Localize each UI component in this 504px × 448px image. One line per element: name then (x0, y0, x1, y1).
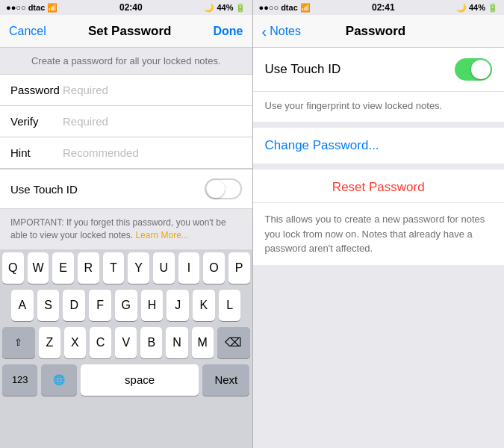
left-nav-bar: Cancel Set Password Done (0, 15, 252, 48)
left-status-bar: ●●○○ dtac 📶 02:40 🌙 44% 🔋 (0, 0, 252, 15)
left-carrier: ●●○○ dtac 📶 (6, 3, 57, 13)
password-field-row: Password Required (0, 75, 252, 106)
key-x[interactable]: X (64, 327, 86, 358)
fingerprint-desc: Use your fingerprint to view locked note… (253, 92, 505, 122)
hint-input[interactable]: Recommended (63, 146, 139, 159)
cancel-button[interactable]: Cancel (9, 25, 46, 38)
keyboard-row-1: Q W E R T Y U I O P (2, 252, 250, 284)
key-globe[interactable]: 🌐 (41, 364, 76, 396)
change-password-button[interactable]: Change Password... (253, 128, 505, 164)
right-moon-icon: 🌙 (456, 3, 467, 13)
keyboard-row-3: ⇧ Z X C V B N M ⌫ (2, 327, 250, 358)
right-battery-text: 44% (469, 3, 485, 12)
key-t[interactable]: T (103, 252, 125, 284)
left-time: 02:40 (119, 2, 143, 13)
key-a[interactable]: A (11, 290, 34, 321)
key-g[interactable]: G (115, 290, 137, 321)
warning-section: IMPORTANT: If you forget this password, … (0, 209, 252, 249)
verify-field-row: Verify Required (0, 106, 252, 137)
reset-password-desc: This allows you to create a new password… (253, 203, 505, 265)
right-carrier: ●●○○ dtac 📶 (259, 3, 311, 13)
hint-label: Hint (10, 146, 63, 159)
reset-password-section: Reset Password This allows you to create… (253, 169, 505, 265)
key-y[interactable]: Y (128, 252, 149, 284)
key-h[interactable]: H (141, 290, 164, 321)
key-l[interactable]: L (219, 290, 241, 321)
warning-text: IMPORTANT: If you forget this password, … (10, 217, 226, 240)
hint-field-row: Hint Recommended (0, 137, 252, 169)
battery-icon: 🔋 (235, 3, 246, 13)
verify-input[interactable]: Required (63, 115, 108, 128)
key-e[interactable]: E (52, 252, 74, 284)
key-f[interactable]: F (89, 290, 111, 321)
back-button[interactable]: ‹ Notes (262, 24, 301, 39)
verify-label: Verify (10, 115, 63, 128)
battery-text: 44% (217, 3, 233, 12)
touch-id-right-label: Use Touch ID (265, 62, 341, 77)
reset-password-button[interactable]: Reset Password (253, 169, 505, 203)
password-label: Password (10, 84, 63, 96)
right-nav-title: Password (346, 24, 405, 39)
key-o[interactable]: O (203, 252, 225, 284)
right-panel: ●●○○ dtac 📶 02:41 🌙 44% 🔋 ‹ Notes Passwo… (253, 0, 505, 448)
carrier-text: ●●○○ dtac (6, 3, 45, 12)
key-j[interactable]: J (167, 290, 189, 321)
key-u[interactable]: U (153, 252, 175, 284)
touch-id-row: Use Touch ID (0, 169, 252, 209)
key-c[interactable]: C (90, 327, 111, 358)
wifi-icon: 📶 (47, 3, 57, 13)
right-battery-icon: 🔋 (488, 3, 498, 13)
right-nav-bar: ‹ Notes Password (253, 15, 505, 48)
right-time: 02:41 (372, 2, 395, 13)
back-label: Notes (270, 25, 301, 38)
learn-more-link[interactable]: Learn More... (135, 230, 188, 240)
key-p[interactable]: P (228, 252, 250, 284)
key-v[interactable]: V (115, 327, 137, 358)
key-i[interactable]: I (178, 252, 200, 284)
touch-id-card: Use Touch ID Use your fingerprint to vie… (253, 48, 505, 122)
key-numbers[interactable]: 123 (2, 364, 37, 396)
right-status-bar: ●●○○ dtac 📶 02:41 🌙 44% 🔋 (253, 0, 505, 15)
left-panel: ●●○○ dtac 📶 02:40 🌙 44% 🔋 Cancel Set Pas… (0, 0, 252, 448)
change-password-section: Change Password... (253, 128, 505, 164)
key-m[interactable]: M (192, 327, 214, 358)
key-b[interactable]: B (140, 327, 162, 358)
touch-id-right-toggle[interactable] (455, 58, 492, 81)
right-content: Use Touch ID Use your fingerprint to vie… (253, 48, 505, 448)
key-w[interactable]: W (28, 252, 49, 284)
key-n[interactable]: N (166, 327, 187, 358)
key-space[interactable]: space (81, 364, 199, 396)
form-hint: Create a password for all your locked no… (0, 48, 252, 75)
keyboard: Q W E R T Y U I O P A S D F G H J K L ⇧ … (0, 249, 252, 448)
moon-icon: 🌙 (204, 3, 214, 13)
key-s[interactable]: S (37, 290, 60, 321)
right-carrier-text: ●●○○ dtac (259, 3, 298, 12)
keyboard-row-2: A S D F G H J K L (2, 290, 250, 321)
chevron-left-icon: ‹ (262, 24, 267, 39)
key-d[interactable]: D (63, 290, 85, 321)
key-next[interactable]: Next (202, 364, 249, 396)
keyboard-bottom-row: 123 🌐 space Next (2, 364, 250, 399)
form-fields: Password Required Verify Required Hint R… (0, 75, 252, 169)
key-shift[interactable]: ⇧ (2, 327, 35, 358)
touch-id-right-row: Use Touch ID (253, 48, 505, 92)
touch-id-toggle[interactable] (205, 178, 242, 199)
key-z[interactable]: Z (39, 327, 60, 358)
done-button[interactable]: Done (214, 25, 243, 38)
left-nav-title: Set Password (88, 24, 172, 39)
left-battery: 🌙 44% 🔋 (204, 3, 246, 13)
password-input[interactable]: Required (63, 84, 108, 96)
key-q[interactable]: Q (2, 252, 24, 284)
right-battery: 🌙 44% 🔋 (456, 3, 498, 13)
backspace-key[interactable]: ⌫ (217, 327, 250, 358)
key-k[interactable]: K (193, 290, 215, 321)
key-r[interactable]: R (78, 252, 99, 284)
right-wifi-icon: 📶 (300, 3, 311, 13)
touch-id-label: Use Touch ID (10, 183, 78, 196)
